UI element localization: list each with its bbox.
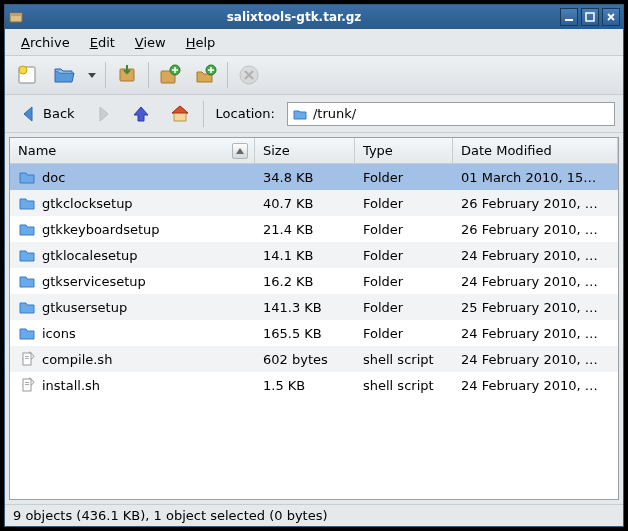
cell-type: Folder [355, 248, 453, 263]
menu-edit[interactable]: Edit [82, 32, 123, 53]
cell-size: 141.3 KB [255, 300, 355, 315]
svg-point-5 [19, 66, 27, 74]
minimize-button[interactable] [560, 8, 578, 26]
cell-type: shell script [355, 378, 453, 393]
extract-button[interactable] [112, 60, 142, 90]
cell-type: Folder [355, 326, 453, 341]
table-row[interactable]: install.sh1.5 KBshell script24 February … [10, 372, 618, 398]
add-folder-button[interactable] [191, 60, 221, 90]
cell-date: 24 February 2010, … [453, 378, 618, 393]
file-pane: Name Size Type Date Modified doc34.8 KBF… [9, 137, 619, 500]
cell-size: 40.7 KB [255, 196, 355, 211]
cell-date: 24 February 2010, … [453, 352, 618, 367]
up-arrow-icon [131, 104, 151, 124]
cell-size: 165.5 KB [255, 326, 355, 341]
menu-view[interactable]: View [127, 32, 174, 53]
separator [227, 62, 228, 88]
folder-icon [18, 272, 36, 290]
column-date[interactable]: Date Modified [453, 138, 618, 163]
open-button[interactable] [49, 60, 79, 90]
folder-icon [292, 106, 308, 122]
table-row[interactable]: gtkservicesetup16.2 KBFolder24 February … [10, 268, 618, 294]
table-row[interactable]: icons165.5 KBFolder24 February 2010, … [10, 320, 618, 346]
cell-type: Folder [355, 222, 453, 237]
file-list[interactable]: doc34.8 KBFolder01 March 2010, 15…gtkclo… [10, 164, 618, 499]
archive-icon [8, 9, 24, 25]
up-button[interactable] [125, 101, 157, 127]
column-name[interactable]: Name [10, 138, 255, 163]
file-name: compile.sh [42, 352, 112, 367]
cell-type: Folder [355, 196, 453, 211]
new-button[interactable] [13, 60, 43, 90]
column-type[interactable]: Type [355, 138, 453, 163]
status-text: 9 objects (436.1 KB), 1 object selected … [13, 508, 328, 523]
cell-date: 24 February 2010, … [453, 248, 618, 263]
folder-icon [18, 324, 36, 342]
cell-name: gtklocalesetup [10, 246, 255, 264]
stop-button[interactable] [234, 60, 264, 90]
cell-name: compile.sh [10, 350, 255, 368]
svg-rect-15 [25, 382, 29, 383]
script-icon [18, 376, 36, 394]
menu-archive[interactable]: Archive [13, 32, 78, 53]
table-row[interactable]: gtkclocksetup40.7 KBFolder26 February 20… [10, 190, 618, 216]
cell-date: 26 February 2010, … [453, 222, 618, 237]
folder-icon [18, 194, 36, 212]
cell-name: install.sh [10, 376, 255, 394]
table-row[interactable]: gtkusersetup141.3 KBFolder25 February 20… [10, 294, 618, 320]
cell-name: doc [10, 168, 255, 186]
cell-date: 24 February 2010, … [453, 326, 618, 341]
svg-rect-3 [586, 13, 594, 21]
add-files-button[interactable] [155, 60, 185, 90]
cell-size: 21.4 KB [255, 222, 355, 237]
svg-rect-1 [10, 13, 22, 16]
cell-date: 26 February 2010, … [453, 196, 618, 211]
cell-name: gtkkeyboardsetup [10, 220, 255, 238]
file-name: gtkusersetup [42, 300, 127, 315]
table-row[interactable]: compile.sh602 bytesshell script24 Februa… [10, 346, 618, 372]
titlebar[interactable]: salixtools-gtk.tar.gz [5, 5, 623, 29]
file-name: gtkclocksetup [42, 196, 133, 211]
folder-icon [18, 168, 36, 186]
cell-type: Folder [355, 170, 453, 185]
window: salixtools-gtk.tar.gz Archive Edit View … [4, 4, 624, 527]
close-button[interactable] [602, 8, 620, 26]
table-row[interactable]: doc34.8 KBFolder01 March 2010, 15… [10, 164, 618, 190]
separator [105, 62, 106, 88]
file-name: icons [42, 326, 76, 341]
statusbar: 9 objects (436.1 KB), 1 object selected … [5, 504, 623, 526]
svg-rect-13 [25, 358, 29, 359]
location-input[interactable]: /trunk/ [287, 102, 615, 126]
folder-icon [18, 246, 36, 264]
back-label: Back [43, 106, 75, 121]
toolbar [5, 55, 623, 95]
open-dropdown[interactable] [85, 60, 99, 90]
cell-name: gtkusersetup [10, 298, 255, 316]
table-row[interactable]: gtklocalesetup14.1 KBFolder24 February 2… [10, 242, 618, 268]
cell-size: 602 bytes [255, 352, 355, 367]
script-icon [18, 350, 36, 368]
home-button[interactable] [163, 100, 197, 128]
cell-size: 14.1 KB [255, 248, 355, 263]
cell-size: 1.5 KB [255, 378, 355, 393]
cell-name: gtkclocksetup [10, 194, 255, 212]
maximize-button[interactable] [581, 8, 599, 26]
file-name: install.sh [42, 378, 100, 393]
back-arrow-icon [19, 104, 39, 124]
cell-date: 24 February 2010, … [453, 274, 618, 289]
cell-size: 16.2 KB [255, 274, 355, 289]
table-row[interactable]: gtkkeyboardsetup21.4 KBFolder26 February… [10, 216, 618, 242]
folder-icon [18, 220, 36, 238]
menu-help[interactable]: Help [178, 32, 224, 53]
cell-type: shell script [355, 352, 453, 367]
column-size[interactable]: Size [255, 138, 355, 163]
cell-name: gtkservicesetup [10, 272, 255, 290]
folder-icon [18, 298, 36, 316]
file-name: doc [42, 170, 65, 185]
svg-rect-2 [565, 19, 573, 21]
home-icon [169, 103, 191, 125]
back-button[interactable]: Back [13, 101, 81, 127]
separator [203, 101, 204, 127]
cell-size: 34.8 KB [255, 170, 355, 185]
window-title: salixtools-gtk.tar.gz [28, 10, 560, 24]
